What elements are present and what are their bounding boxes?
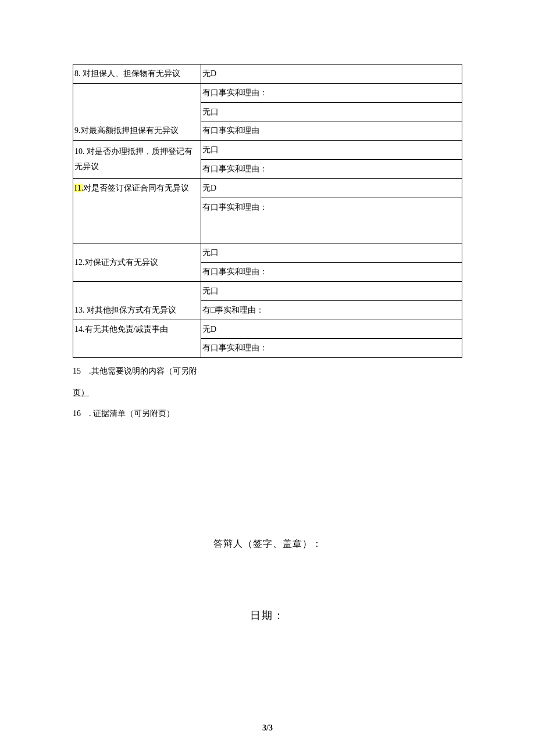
row13-label-empty	[73, 281, 201, 300]
row12-label: 12.对保证方式有无异议	[73, 243, 201, 282]
row8-label: 8. 对担保人、担保物有无异议	[73, 65, 201, 84]
row14-value2: 有口事实和理由：	[201, 339, 462, 358]
supp-15-text2: 页）	[73, 388, 89, 397]
supp-15-text: .其他需要说明的内容（可另附	[89, 367, 197, 375]
row11-label: I1.对是否签订保证合同有无异议	[73, 178, 201, 243]
row10-value1: 无口	[201, 141, 462, 160]
row8-value2: 有口事实和理由：	[201, 83, 462, 102]
supplementary-15: 15.其他需要说明的内容（可另附	[73, 364, 462, 379]
supp-16-text: . 证据清单（可另附页）	[89, 409, 174, 418]
supplementary-16: 16. 证据清单（可另附页）	[73, 406, 462, 422]
row10-label: 10. 对是否办理抵押，质押登记有无异议	[73, 141, 201, 179]
row13-value2: 有□事实和理由：	[201, 300, 462, 320]
row13-value1: 无口	[201, 281, 462, 300]
row11-value2: 有口事实和理由：	[201, 198, 462, 243]
row11-value1: 无D	[201, 178, 462, 198]
row9-label-empty2	[73, 102, 201, 121]
supp-15-num: 15	[73, 364, 89, 379]
row9-value1: 无口	[201, 102, 462, 121]
supplementary-15b: 页）	[73, 385, 462, 401]
page-number: 3/3	[0, 723, 535, 733]
signature-line: 答辩人（签字、盖章）：	[73, 538, 462, 550]
row10-value2: 有口事实和理由：	[201, 159, 462, 178]
row11-label-rest: 对是否签订保证合同有无异议	[83, 184, 189, 192]
row12-value1: 无口	[201, 243, 462, 263]
date-line: 日期：	[73, 608, 462, 622]
form-table: 8. 对担保人、担保物有无异议 无D 有口事实和理由： 无口 9.对最高额抵押担…	[73, 64, 462, 358]
row11-highlight: I1.	[74, 184, 83, 192]
row9-label-empty	[73, 83, 201, 102]
row12-value2: 有口事实和理由：	[201, 263, 462, 282]
supp-16-num: 16	[73, 406, 89, 422]
row9-label: 9.对最高额抵押担保有无异议	[73, 121, 201, 141]
row8-value1: 无D	[201, 65, 462, 84]
row14-label: 14.有无其他免责/减责事由	[73, 320, 201, 358]
row9-value2: 有口事实和理由	[201, 121, 462, 141]
row13-label: 13. 对其他担保方式有无异议	[73, 300, 201, 320]
row14-value1: 无D	[201, 320, 462, 339]
